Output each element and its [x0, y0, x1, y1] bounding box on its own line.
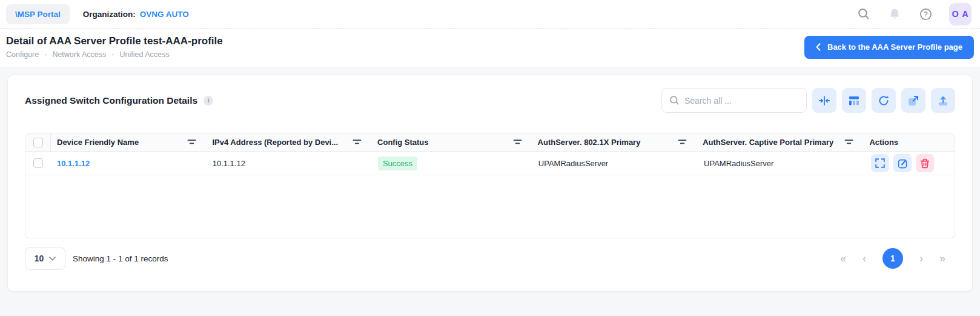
column-header-authserver-8021x-primary: AuthServer. 802.1X Primary [532, 133, 697, 151]
topbar-right: ? O A [856, 3, 972, 25]
cell-authserver-captive-portal-primary: UPAMRadiusServer [698, 152, 865, 175]
row-checkbox-cell [25, 152, 51, 175]
device-link[interactable]: 10.1.1.12 [57, 159, 90, 168]
table-toolbar [661, 88, 955, 113]
back-button[interactable]: Back to the AAA Server Profile page [804, 36, 974, 59]
cell-authserver-8021x-primary: UPAMRadiusServer [532, 152, 698, 175]
content-area: Assigned Switch Configuration Details i [0, 67, 980, 292]
delete-icon [920, 158, 930, 169]
edit-icon [898, 158, 908, 169]
notifications-bell-icon[interactable] [887, 7, 902, 21]
edit-button[interactable] [893, 154, 912, 172]
breadcrumb-item-unified-access[interactable]: Unified Access [119, 50, 169, 59]
organization-value[interactable]: OVNG AUTO [140, 10, 189, 19]
row-checkbox[interactable] [33, 158, 43, 168]
search-input[interactable] [684, 96, 799, 106]
svg-text:?: ? [924, 10, 927, 18]
filter-icon[interactable] [187, 139, 196, 146]
table-empty-area [25, 175, 955, 238]
refresh-icon [878, 95, 890, 107]
next-page-icon[interactable]: › [919, 253, 923, 264]
filter-icon[interactable] [678, 139, 687, 146]
switch-config-table: Device Friendly Name IPv4 Address (Repor… [25, 133, 955, 238]
export-button[interactable] [931, 88, 955, 113]
page-size-value: 10 [35, 254, 44, 263]
page-header: Detail of AAA Server Profile test-AAA-pr… [0, 28, 980, 67]
expand-icon [875, 158, 885, 168]
cell-actions [865, 152, 955, 175]
organization-label: Organization: [83, 10, 136, 19]
search-icon [669, 95, 680, 106]
pagination-controls: « ‹ 1 › » [840, 248, 945, 269]
info-icon[interactable]: i [204, 96, 213, 106]
topbar-left: \MSP Portal Organization:OVNG AUTO [6, 4, 189, 24]
previous-page-icon[interactable]: ‹ [862, 253, 866, 264]
column-header-config-status: Config Status [371, 133, 532, 151]
assigned-switch-card: Assigned Switch Configuration Details i [7, 75, 973, 292]
filter-icon[interactable] [513, 139, 522, 146]
page-size-select[interactable]: 10 [25, 247, 65, 270]
collapse-columns-icon [818, 95, 830, 107]
filter-icon[interactable] [844, 139, 853, 146]
breadcrumb-separator: - [44, 50, 47, 59]
cell-device-friendly-name: 10.1.1.12 [51, 152, 207, 175]
table-row: 10.1.1.12 10.1.1.12 Success UPAMRadiusSe… [25, 152, 955, 175]
page-header-text: Detail of AAA Server Profile test-AAA-pr… [6, 35, 223, 59]
open-in-new-icon [907, 95, 919, 107]
collapse-columns-button[interactable] [812, 88, 836, 113]
pagination-left: 10 Showing 1 - 1 of 1 records [25, 247, 168, 270]
export-icon [937, 95, 949, 107]
cell-ipv4-address: 10.1.1.12 [207, 152, 372, 175]
topbar: \MSP Portal Organization:OVNG AUTO ? O A [0, 0, 980, 28]
help-icon[interactable]: ? [918, 7, 933, 21]
app-screen: \MSP Portal Organization:OVNG AUTO ? O A… [0, 0, 980, 316]
pagination-bar: 10 Showing 1 - 1 of 1 records « ‹ 1 › » [25, 247, 955, 270]
panel-header: Assigned Switch Configuration Details i [25, 88, 955, 113]
breadcrumb-item-configure[interactable]: Configure [6, 50, 39, 59]
open-in-new-button[interactable] [901, 88, 925, 113]
column-header-authserver-captive-portal-primary: AuthServer. Captive Portal Primary [697, 133, 863, 151]
chevron-left-icon [816, 43, 821, 51]
search-icon[interactable] [856, 7, 871, 21]
panel-title-wrap: Assigned Switch Configuration Details i [25, 95, 213, 106]
column-header-device-friendly-name: Device Friendly Name [51, 133, 206, 151]
msp-portal-brand[interactable]: \MSP Portal [6, 4, 70, 24]
delete-button[interactable] [916, 154, 934, 172]
manage-columns-icon [848, 95, 860, 107]
expand-button[interactable] [871, 154, 889, 172]
column-header-actions: Actions [863, 133, 955, 151]
first-page-icon[interactable]: « [840, 253, 846, 264]
column-header-ipv4-address: IPv4 Address (Reported by Devi... [206, 133, 371, 151]
status-badge: Success [378, 156, 417, 170]
breadcrumb: Configure - Network Access - Unified Acc… [6, 50, 223, 59]
chevron-down-icon [49, 257, 56, 261]
page-title: Detail of AAA Server Profile test-AAA-pr… [6, 35, 223, 47]
refresh-button[interactable] [872, 88, 896, 113]
avatar[interactable]: O A [949, 3, 972, 25]
filter-icon[interactable] [353, 139, 362, 146]
search-box [661, 88, 807, 113]
panel-title: Assigned Switch Configuration Details [25, 95, 197, 106]
back-button-label: Back to the AAA Server Profile page [827, 42, 962, 52]
breadcrumb-separator: - [111, 50, 114, 59]
table-header-row: Device Friendly Name IPv4 Address (Repor… [25, 133, 955, 152]
breadcrumb-item-network-access[interactable]: Network Access [52, 50, 106, 59]
header-checkbox-cell [25, 133, 51, 151]
records-summary: Showing 1 - 1 of 1 records [73, 254, 168, 263]
organization: Organization:OVNG AUTO [83, 10, 189, 19]
select-all-checkbox[interactable] [33, 138, 43, 147]
current-page-button[interactable]: 1 [882, 248, 903, 269]
last-page-icon[interactable]: » [939, 253, 945, 264]
cell-config-status: Success [372, 152, 532, 175]
manage-columns-button[interactable] [842, 88, 866, 113]
